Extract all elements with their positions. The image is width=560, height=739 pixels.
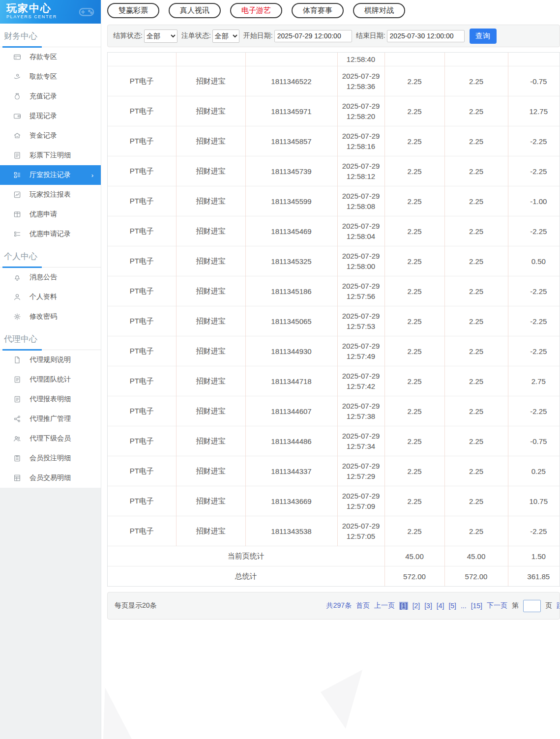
sidebar-item[interactable]: 会员交易明细› [0, 468, 101, 488]
sidebar-item[interactable]: 代理推广管理› [0, 409, 101, 429]
sidebar-item[interactable]: 个人资料› [0, 287, 101, 307]
page-link[interactable]: [15] [471, 602, 482, 610]
sidebar-section-title: 个人中心 [0, 244, 101, 267]
category-tab[interactable]: 雙赢彩票 [107, 3, 159, 18]
total-count-label: 共297条 [326, 601, 352, 610]
sidebar-item[interactable]: 代理团队统计› [0, 370, 101, 389]
jump-suffix-label: 页 [545, 601, 552, 610]
sidebar-item-label: 代理团队统计 [29, 375, 71, 384]
start-date-label: 开始日期: [243, 31, 273, 40]
pagination-controls: 共297条 首页 上一页 [1][2][3][4][5]...[15] 下一页 … [326, 600, 560, 612]
prev-page-link[interactable]: 上一页 [374, 601, 395, 610]
sidebar-item[interactable]: 资金记录› [0, 126, 101, 146]
per-page-label: 每页显示20条 [115, 601, 157, 610]
pagination-bar: 每页显示20条 共297条 首页 上一页 [1][2][3][4][5]...[… [107, 592, 560, 620]
sidebar: 玩家中心 PLAYERS CENTER 财务中心存款专区›取款专区›充值记录›提… [0, 0, 101, 739]
jump-go-button[interactable]: 跳 [557, 601, 560, 610]
share-icon [13, 415, 21, 423]
sidebar-item[interactable]: 修改密码› [0, 307, 101, 326]
bets-table-body: 12:58:40PT电子招财进宝18113465222025-07-2912:5… [108, 53, 560, 586]
table-row: PT电子招财进宝18113447182025-07-2912:57:422.25… [108, 366, 560, 396]
chart-report-icon [13, 191, 21, 199]
sidebar-item[interactable]: 代理下级会员› [0, 429, 101, 448]
sidebar-item-label: 代理下级会员 [29, 434, 71, 443]
sidebar-item[interactable]: 会员投注明细› [0, 448, 101, 468]
sidebar-item[interactable]: 消息公告› [0, 267, 101, 287]
table-row-partial: 12:58:40 [108, 53, 560, 66]
sidebar-item-label: 代理报表明细 [29, 395, 71, 404]
stats-row-current-page: 当前页统计45.0045.001.50 [108, 546, 560, 566]
sidebar-item[interactable]: 代理规则说明› [0, 350, 101, 370]
page-link[interactable]: [5] [448, 602, 456, 610]
wallet-icon [13, 112, 21, 120]
main-content: 雙赢彩票真人视讯电子游艺体育赛事棋牌对战 结算状态: 全部 注单状态: 全部 开… [107, 0, 560, 739]
page-ellipsis: ... [461, 602, 467, 610]
sidebar-item-label: 提现记录 [29, 112, 57, 120]
sidebar-item[interactable]: 优惠申请› [0, 205, 101, 224]
filter-bar: 结算状态: 全部 注单状态: 全部 开始日期: 结束日期: 查询 [107, 25, 560, 47]
page-link[interactable]: [2] [413, 602, 420, 610]
chevron-right-icon: › [91, 172, 93, 179]
table-row: PT电子招财进宝18113435382025-07-2912:57:052.25… [108, 516, 560, 546]
doc-lines-icon [13, 151, 21, 159]
table-row: PT电子招财进宝18113449302025-07-2912:57:492.25… [108, 336, 560, 366]
sidebar-item[interactable]: 取款专区› [0, 67, 101, 87]
card-icon [13, 53, 21, 61]
query-button[interactable]: 查询 [470, 29, 497, 44]
table-row: PT电子招财进宝18113450652025-07-2912:57:532.25… [108, 306, 560, 336]
page-link[interactable]: [3] [424, 602, 432, 610]
sidebar-item[interactable]: 代理报表明细› [0, 389, 101, 409]
next-page-link[interactable]: 下一页 [487, 601, 507, 610]
sidebar-item[interactable]: 充值记录› [0, 87, 101, 106]
list-check-icon [13, 230, 21, 238]
category-tab[interactable]: 真人视讯 [169, 3, 221, 18]
gamepad-icon [78, 3, 95, 17]
sidebar-item-label: 会员投注明细 [29, 454, 71, 463]
sidebar-item-label: 会员交易明细 [29, 473, 71, 482]
file-icon [13, 356, 21, 364]
sidebar-item-label: 玩家投注报表 [29, 190, 71, 199]
sidebar-section-title: 财务中心 [0, 24, 101, 47]
stats-row-total: 总统计572.00572.00361.85 [108, 566, 560, 587]
sidebar-item-label: 个人资料 [29, 293, 57, 301]
start-date-input[interactable] [274, 30, 352, 42]
sidebar-item[interactable]: 存款专区› [0, 47, 101, 67]
page-link[interactable]: [4] [437, 602, 444, 610]
sidebar-item[interactable]: 厅室投注记录› [0, 165, 101, 185]
sidebar-item-label: 修改密码 [29, 312, 57, 321]
table-row: PT电子招财进宝18113451862025-07-2912:57:562.25… [108, 276, 560, 306]
sidebar-item-label: 优惠申请记录 [29, 230, 71, 238]
sidebar-nav: 财务中心存款专区›取款专区›充值记录›提现记录›资金记录›彩票下注明细›厅室投注… [0, 24, 101, 488]
users-icon [13, 435, 21, 443]
first-page-link[interactable]: 首页 [356, 601, 370, 610]
page-link-current[interactable]: [1] [399, 602, 408, 610]
jump-page-input[interactable] [523, 600, 541, 612]
table-row: PT电子招财进宝18113458572025-07-2912:58:162.25… [108, 126, 560, 156]
sidebar-item-label: 充值记录 [29, 92, 57, 101]
brand-header: 玩家中心 PLAYERS CENTER [0, 0, 101, 24]
sidebar-item[interactable]: 优惠申请记录› [0, 224, 101, 244]
bell-icon [13, 273, 21, 281]
funds-icon [13, 132, 21, 140]
category-tab[interactable]: 体育赛事 [292, 3, 344, 18]
sidebar-section-title: 代理中心 [0, 326, 101, 350]
table-row: PT电子招财进宝18113446072025-07-2912:57:382.25… [108, 396, 560, 426]
sidebar-item-label: 厅室投注记录 [29, 171, 71, 179]
bets-table: 12:58:40PT电子招财进宝18113465222025-07-2912:5… [107, 52, 560, 587]
sidebar-item-label: 彩票下注明细 [29, 151, 71, 160]
stats-icon [13, 395, 21, 403]
sidebar-item[interactable]: 彩票下注明细› [0, 146, 101, 165]
promo-icon [13, 210, 21, 218]
sidebar-item-label: 优惠申请 [29, 210, 57, 219]
category-tab[interactable]: 电子游艺 [230, 3, 282, 18]
sidebar-item[interactable]: 提现记录› [0, 106, 101, 126]
table-row: PT电子招财进宝18113465222025-07-2912:58:362.25… [108, 66, 560, 96]
order-status-select[interactable]: 全部 [212, 30, 239, 43]
gear-icon [13, 313, 21, 321]
category-tab[interactable]: 棋牌对战 [353, 3, 405, 18]
end-date-input[interactable] [387, 30, 465, 42]
sidebar-item-label: 消息公告 [29, 273, 57, 282]
settle-status-select[interactable]: 全部 [144, 30, 177, 43]
page-links: [1][2][3][4][5]...[15] [399, 602, 482, 610]
sidebar-item[interactable]: 玩家投注报表› [0, 185, 101, 205]
